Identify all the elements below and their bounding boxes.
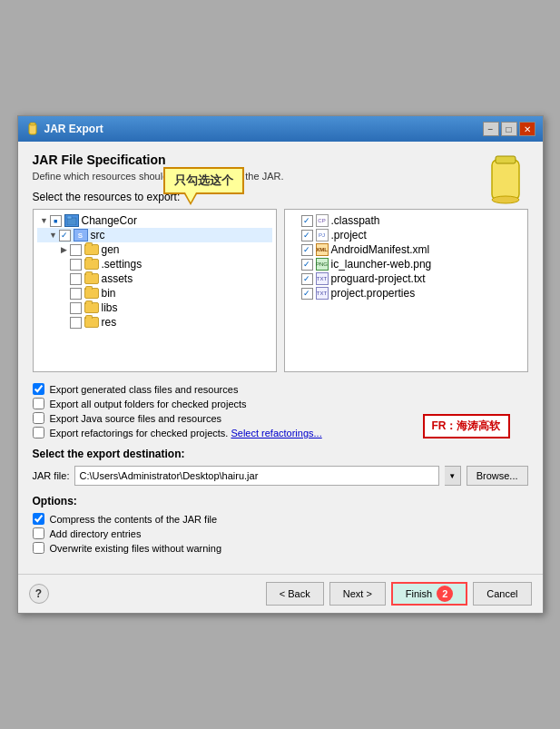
checkbox-launcher-png[interactable] <box>301 259 313 271</box>
cb-export-output-label: Export all output folders for checked pr… <box>50 399 247 409</box>
svg-point-4 <box>492 196 519 203</box>
label-changecor: ChangeCor <box>82 214 137 227</box>
checkbox-classpath[interactable] <box>301 215 313 227</box>
label-bin: bin <box>102 287 116 300</box>
maximize-button[interactable]: □ <box>501 122 517 136</box>
tree-item-changecor[interactable]: ▼ ChangeCor <box>37 213 272 228</box>
checkbox-changecor[interactable] <box>50 215 62 227</box>
cb-overwrite-label: Overwrite existing files without warning <box>50 543 222 554</box>
cb-directory[interactable] <box>33 527 44 539</box>
jar-title-icon <box>25 122 40 136</box>
checkbox-assets[interactable] <box>70 273 82 285</box>
left-tree-panel[interactable]: ▼ ChangeCor ▼ S src <box>33 209 277 372</box>
folder-icon-gen <box>84 244 99 255</box>
back-button[interactable]: < Back <box>266 582 324 606</box>
callout-annotation: 只勾选这个 <box>163 167 244 194</box>
checkboxes-section: Export generated class files and resourc… <box>33 383 528 438</box>
tree-item-libs[interactable]: libs <box>37 300 272 315</box>
tree-item-proguard[interactable]: TXT proguard-project.txt <box>289 271 524 286</box>
title-bar-left: JAR Export <box>25 122 103 136</box>
cb-export-refactor-label: Export refactorings for checked projects… <box>50 428 322 438</box>
right-tree-panel[interactable]: CP .classpath PJ .project XML AndroidMan… <box>284 209 528 372</box>
tree-item-manifest[interactable]: XML AndroidManifest.xml <box>289 242 524 257</box>
cancel-button[interactable]: Cancel <box>473 582 531 606</box>
jar-illustration <box>483 153 528 207</box>
png-icon-launcher: PNG <box>316 258 329 271</box>
section-title: JAR File Specification <box>33 153 528 167</box>
tree-item-project[interactable]: PJ .project <box>289 228 524 242</box>
cb-export-output[interactable] <box>33 398 44 409</box>
help-button[interactable]: ? <box>29 584 49 604</box>
tree-item-gen[interactable]: ▶ gen <box>37 242 272 257</box>
options-section: Options: Compress the contents of the JA… <box>33 495 528 554</box>
cb-export-refactor[interactable] <box>33 427 44 438</box>
folder-icon-res <box>84 317 99 328</box>
dialog-footer: ? < Back Next > Finish 2 Cancel <box>18 574 543 613</box>
title-bar: JAR Export − □ ✕ <box>18 116 543 142</box>
checkbox-settings[interactable] <box>70 259 82 271</box>
project-file-icon: PJ <box>316 229 329 241</box>
export-destination-section: Select the export destination: JAR file:… <box>33 448 528 486</box>
finish-button[interactable]: Finish 2 <box>391 582 467 606</box>
trees-container: ▼ ChangeCor ▼ S src <box>33 209 528 372</box>
cb-export-class[interactable] <box>33 383 44 395</box>
checkbox-project-file[interactable] <box>301 230 313 241</box>
folder-icon-libs <box>84 302 99 313</box>
checkbox-properties[interactable] <box>301 288 313 300</box>
checkbox-res[interactable] <box>70 317 82 329</box>
fr-annotation: FR：海涛高软 <box>423 414 510 438</box>
label-settings: .settings <box>102 258 142 271</box>
label-properties: project.properties <box>331 287 416 300</box>
minimize-button[interactable]: − <box>483 122 499 136</box>
checkbox-src[interactable] <box>59 230 71 241</box>
label-classpath: .classpath <box>331 214 380 227</box>
txt-icon-proguard: TXT <box>316 272 329 285</box>
cb-compress-label: Compress the contents of the JAR file <box>50 514 218 525</box>
jar-export-dialog: JAR Export − □ ✕ 只勾选这个 JAR File Specific… <box>17 115 544 614</box>
tree-item-res[interactable]: res <box>37 315 272 330</box>
next-button[interactable]: Next > <box>329 582 386 606</box>
cb-export-java-label: Export Java source files and resources <box>50 413 222 424</box>
cb-directory-label: Add directory entries <box>50 528 142 539</box>
footer-left: ? <box>29 584 49 604</box>
cb-overwrite[interactable] <box>33 542 44 554</box>
jar-file-input[interactable] <box>74 466 438 486</box>
svg-rect-2 <box>492 160 519 200</box>
footer-right: < Back Next > Finish 2 Cancel <box>266 582 532 606</box>
browse-button[interactable]: Browse... <box>467 466 528 486</box>
tree-item-src[interactable]: ▼ S src <box>37 228 272 242</box>
jar-file-row: JAR file: ▼ Browse... <box>33 466 528 486</box>
pkg-icon-src: S <box>74 229 88 241</box>
label-res: res <box>102 316 117 329</box>
checkbox-row-1: Export generated class files and resourc… <box>33 383 528 395</box>
tree-item-properties[interactable]: TXT project.properties <box>289 286 524 300</box>
cb-export-class-label: Export generated class files and resourc… <box>50 384 239 395</box>
tree-item-classpath[interactable]: CP .classpath <box>289 213 524 228</box>
checkbox-proguard[interactable] <box>301 273 313 285</box>
label-launcher-png: ic_launcher-web.png <box>331 258 432 271</box>
arrow-src: ▼ <box>48 231 59 240</box>
folder-icon-bin <box>84 288 99 299</box>
svg-rect-3 <box>496 156 516 163</box>
checkbox-gen[interactable] <box>70 244 82 256</box>
select-refactorings-link[interactable]: Select refactorings... <box>231 428 321 438</box>
checkbox-libs[interactable] <box>70 302 82 314</box>
tree-item-settings[interactable]: .settings <box>37 257 272 271</box>
xml-icon-manifest: XML <box>316 243 329 256</box>
dialog-body: 只勾选这个 JAR File Specification Define whic… <box>18 142 543 574</box>
label-manifest: AndroidManifest.xml <box>331 243 430 256</box>
checkbox-bin[interactable] <box>70 288 82 300</box>
cb-export-java[interactable] <box>33 412 44 424</box>
jar-dropdown-arrow[interactable]: ▼ <box>445 466 461 486</box>
project-icon-changecor <box>64 214 79 227</box>
dialog-title: JAR Export <box>44 123 103 135</box>
cb-compress[interactable] <box>33 513 44 525</box>
tree-item-launcher-png[interactable]: PNG ic_launcher-web.png <box>289 257 524 271</box>
label-libs: libs <box>102 301 118 314</box>
checkbox-manifest[interactable] <box>301 244 313 256</box>
folder-icon-settings <box>84 259 99 270</box>
close-button[interactable]: ✕ <box>519 122 535 136</box>
tree-item-assets[interactable]: assets <box>37 271 272 286</box>
tree-item-bin[interactable]: bin <box>37 286 272 300</box>
label-proguard: proguard-project.txt <box>331 272 426 285</box>
